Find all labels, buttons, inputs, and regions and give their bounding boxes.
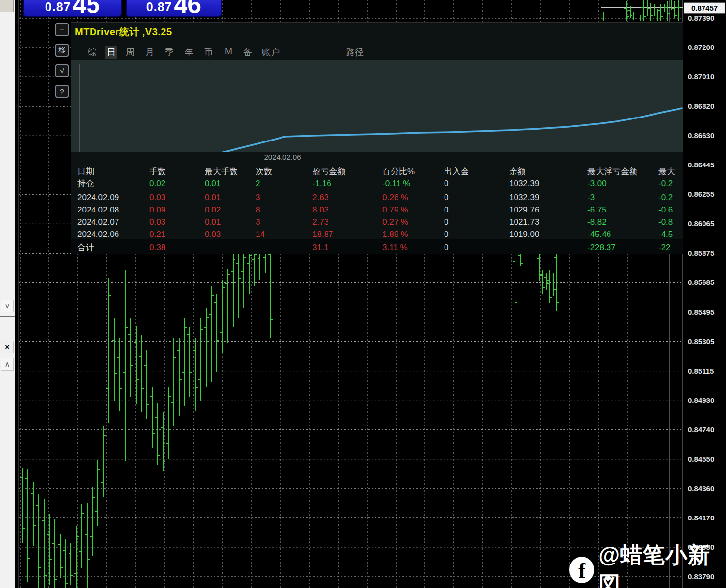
menu-item-10[interactable]: 账户: [260, 46, 281, 59]
table-cell: 0.79 %: [382, 204, 408, 216]
table-cell: 2024.02.08: [77, 204, 119, 216]
ask-price-small: 0.87: [146, 0, 172, 16]
table-row: 2024.02.070.030.0132.730.27 %01021.73-8.…: [71, 216, 683, 228]
table-cell: 3: [256, 216, 260, 228]
table-cell: 31.1: [312, 241, 328, 254]
table-cell: -0.8: [658, 216, 673, 228]
table-header-cell: 日期: [77, 165, 94, 178]
menu-item-5[interactable]: 季: [163, 46, 176, 59]
price-axis-label: 0.85685: [688, 278, 726, 286]
price-axis[interactable]: 0.87457 0.873900.872000.870100.868200.86…: [683, 0, 726, 588]
table-cell: 0.26 %: [382, 191, 408, 204]
table-cell: 0: [444, 204, 448, 216]
move-button[interactable]: 移: [55, 44, 69, 57]
price-axis-label: 0.87390: [688, 14, 726, 22]
price-axis-label: 0.86820: [688, 102, 726, 110]
menu-item-11[interactable]: 路径: [344, 46, 366, 59]
equity-date-label: 2024.02.06: [243, 153, 322, 161]
table-cell: 0.02: [149, 177, 165, 189]
price-axis-label: 0.84550: [688, 455, 726, 463]
left-dock-strip: ∨ × ∧: [0, 0, 15, 588]
menu-item-1[interactable]: 综: [86, 46, 98, 59]
check-button[interactable]: √: [55, 64, 69, 77]
scroll-down-button[interactable]: ∨: [1, 300, 14, 312]
price-axis-label: 0.84170: [688, 514, 726, 522]
table-row: 2024.02.060.210.031418.871.89 %01019.00-…: [71, 228, 683, 240]
help-button[interactable]: ?: [55, 85, 69, 98]
bid-quote-button[interactable]: 0.87 45: [23, 0, 122, 17]
panel-title: MTDriver统计 ,V3.25: [75, 25, 172, 39]
table-cell: 0.03: [205, 228, 221, 240]
table-cell: 3.11 %: [382, 241, 408, 254]
table-cell: 18.87: [312, 228, 333, 240]
table-cell: 0: [444, 177, 448, 189]
table-cell: 0: [444, 228, 448, 240]
table-cell: -4.5: [658, 228, 673, 240]
mtdriver-stats-panel: MTDriver统计 ,V3.25 综日周月季年币M备账户路径 2024.02.…: [71, 22, 683, 254]
equity-curve-chart: [71, 60, 683, 152]
table-row: 合计0.3831.13.11 %0-228.37-22: [71, 241, 683, 254]
watermark-handle: @蜡笔小新図: [598, 541, 726, 588]
price-axis-label: 0.84360: [688, 484, 726, 493]
menu-item-4[interactable]: 月: [143, 46, 156, 59]
table-cell: 1032.39: [509, 191, 539, 204]
menu-item-6[interactable]: 年: [183, 46, 195, 59]
table-cell: -3: [587, 191, 595, 204]
table-cell: 2: [256, 177, 260, 189]
table-cell: 0.02: [205, 204, 221, 216]
table-row: 2024.02.080.090.0288.030.79 %01029.76-6.…: [71, 204, 683, 216]
menu-item-8[interactable]: M: [223, 46, 234, 58]
minimize-button[interactable]: −: [55, 23, 69, 36]
table-cell: 1021.73: [509, 216, 539, 228]
menu-item-2[interactable]: 日: [105, 46, 117, 59]
table-cell: 合计: [77, 241, 94, 254]
table-header-cell: 出入金: [444, 165, 469, 178]
price-axis-label: 0.84740: [688, 425, 726, 434]
table-cell: 0.01: [205, 177, 221, 189]
table-cell: 2024.02.07: [77, 216, 119, 228]
table-cell: 0.21: [149, 228, 165, 240]
price-axis-label: 0.86445: [688, 161, 726, 169]
table-cell: 持仓: [77, 177, 94, 189]
price-axis-label: 0.86255: [688, 190, 726, 198]
menu-item-9[interactable]: 备: [241, 46, 254, 59]
bid-price-big: 45: [73, 0, 100, 16]
price-axis-label: 0.85495: [688, 308, 726, 316]
trading-terminal-window: ∨ × ∧ 0.87 45 0.87 46 −移√? MTDriver统计 ,V…: [0, 0, 726, 588]
table-cell: 1029.76: [509, 204, 539, 216]
price-axis-label: 0.86630: [688, 131, 726, 140]
table-cell: 8.03: [312, 204, 328, 216]
table-cell: 2.73: [312, 216, 328, 228]
close-panel-button[interactable]: ×: [1, 341, 14, 353]
stats-table: 日期手数最大手数次数盈亏金额百分比%出入金余额最大浮亏金额最大持仓0.020.0…: [71, 164, 683, 254]
price-axis-label: 0.87010: [688, 72, 726, 81]
table-cell: 14: [256, 228, 265, 240]
table-cell: 0: [444, 241, 448, 254]
price-axis-label: 0.85875: [688, 249, 726, 257]
table-cell: -8.82: [587, 216, 607, 228]
price-axis-label: 0.84930: [688, 396, 726, 404]
table-header-cell: 最大: [658, 165, 675, 178]
table-cell: 0.38: [149, 241, 165, 254]
table-cell: 0.01: [205, 191, 221, 204]
table-cell: 1.89 %: [382, 228, 408, 240]
ask-quote-button[interactable]: 0.87 46: [126, 0, 222, 17]
table-header-cell: 盈亏金额: [312, 165, 346, 178]
table-cell: -3.00: [587, 177, 607, 189]
menu-item-7[interactable]: 币: [202, 46, 215, 59]
table-cell: -22: [658, 241, 671, 254]
facebook-icon: f: [569, 557, 594, 583]
table-header-cell: 百分比%: [382, 165, 415, 178]
table-cell: -45.46: [587, 228, 611, 240]
table-header-row: 日期手数最大手数次数盈亏金额百分比%出入金余额最大浮亏金额最大: [71, 165, 683, 178]
scroll-up-button[interactable]: ∧: [1, 358, 14, 371]
table-row: 持仓0.020.012-1.16-0.11 %01032.39-3.00-0.2: [71, 177, 683, 189]
price-axis-label: 0.86065: [688, 219, 726, 228]
table-cell: -1.16: [312, 177, 331, 189]
table-header-cell: 次数: [256, 165, 272, 178]
menu-item-3[interactable]: 周: [124, 46, 137, 59]
table-cell: 0.09: [149, 204, 165, 216]
table-cell: -0.6: [658, 204, 673, 216]
watermark: f @蜡笔小新図: [569, 541, 726, 588]
table-cell: 1019.00: [509, 228, 539, 240]
